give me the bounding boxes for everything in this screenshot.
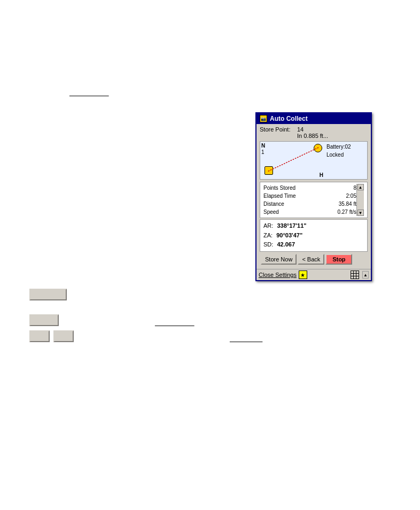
store-point-row: Store Point: 14 In 0.885 ft... [260,126,368,139]
bottom-sm1-button[interactable] [29,330,50,342]
map-sidebar: Battery:02 Locked [324,142,367,179]
stats-values: 8 2:05 35.84 ft 0.27 ft/s [337,184,356,216]
sd-label: SD: [263,241,273,248]
dialog-icon: 📷 [260,115,267,122]
stat-value-2: 35.84 ft [337,200,356,208]
coords-area: AR: 338°17'11" ZA: 90°03'47" SD: 42.067 [260,219,368,252]
stat-label-0: Points Stored [263,184,337,192]
bottom-med-button[interactable] [29,314,59,326]
back-button[interactable]: < Back [298,254,324,265]
map-line-svg [260,142,324,179]
za-label: ZA: [263,232,273,238]
grid-icon[interactable] [351,271,359,279]
dialog-body: Store Point: 14 In 0.885 ft... N 1 H [256,124,371,269]
stat-value-0: 8 [337,184,356,192]
link-2[interactable]: ____________ [155,320,194,326]
map-canvas: N 1 H [260,142,324,179]
sd-row: SD: 42.067 [263,240,364,250]
map-area: N 1 H Battery:02 Locked [260,141,368,180]
store-point-sub: In 0.885 ft... [297,133,328,139]
stat-label-2: Distance [263,200,337,208]
close-settings-row: Close Settings ★ ▲ [256,269,371,280]
stats-area: Points Stored Elapsed Time Distance Spee… [260,182,368,218]
close-settings-label[interactable]: Close Settings [259,272,297,278]
store-point-label: Store Point: [260,126,297,133]
stop-button[interactable]: Stop [325,254,352,265]
store-point-values: 14 In 0.885 ft... [297,126,328,139]
sd-value: 42.067 [277,241,295,248]
bottom-sm2-button[interactable] [53,330,74,342]
za-row: ZA: 90°03'47" [263,231,364,241]
star-button[interactable]: ★ [299,271,307,279]
scroll-arrow-right[interactable]: ▲ [362,271,369,279]
svg-line-0 [268,148,318,171]
dialog-title: Auto Collect [270,115,308,122]
scroll-up-btn[interactable]: ▲ [357,184,364,190]
link-3[interactable]: __________ [230,336,262,342]
stat-label-3: Speed [263,208,337,216]
bottom-wide-button[interactable] [29,289,67,300]
battery-label: Battery:02 [326,144,365,150]
auto-collect-dialog: 📷 Auto Collect Store Point: 14 In 0.885 … [255,112,372,281]
store-point-number: 14 [297,126,328,133]
link-1[interactable]: ____________ [69,90,108,96]
za-value: 90°03'47" [276,232,302,238]
store-now-button[interactable]: Store Now [261,254,297,265]
action-buttons-row: Store Now < Back Stop [260,253,368,266]
stat-label-1: Elapsed Time [263,192,337,200]
stats-scrollbar[interactable]: ▲ ▼ [356,184,364,216]
stat-value-1: 2:05 [337,192,356,200]
ar-value: 338°17'11" [277,222,306,229]
ar-label: AR: [263,222,273,229]
locked-label: Locked [326,152,365,158]
stats-labels: Points Stored Elapsed Time Distance Spee… [263,184,337,216]
scroll-down-btn[interactable]: ▼ [357,210,364,216]
stat-value-3: 0.27 ft/s [337,208,356,216]
dialog-titlebar: 📷 Auto Collect [256,113,371,124]
ar-row: AR: 338°17'11" [263,221,364,231]
